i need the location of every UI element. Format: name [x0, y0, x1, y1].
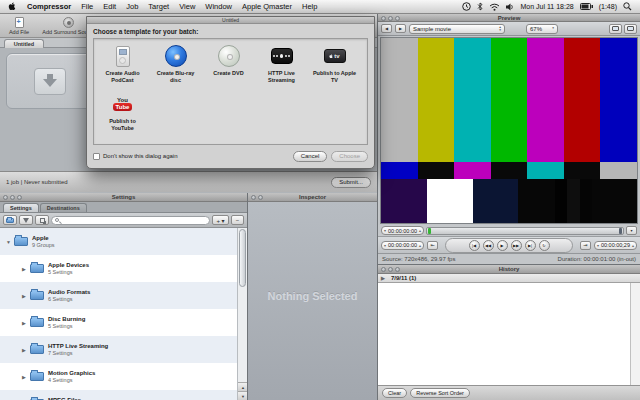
disclosure-icon[interactable]: ▶: [22, 320, 30, 326]
disclosure-icon[interactable]: ▶: [22, 293, 30, 299]
playhead-marker[interactable]: [428, 228, 431, 234]
bluetooth-icon[interactable]: [477, 2, 483, 11]
jump-to-start-button[interactable]: |◀: [469, 240, 480, 251]
minimize-button[interactable]: [10, 195, 15, 200]
in-down-icon[interactable]: ▾: [384, 243, 386, 248]
template-http-live-streaming[interactable]: HTTP Live Streaming: [255, 41, 308, 89]
batch-tab-untitled[interactable]: Untitled: [4, 39, 44, 48]
menu-app-name[interactable]: Compressor: [27, 2, 71, 11]
timecode-up-icon[interactable]: ▴: [419, 228, 421, 233]
settings-title-bar[interactable]: Settings: [0, 193, 247, 202]
timecode-down-icon[interactable]: ▾: [384, 228, 386, 233]
menu-edit[interactable]: Edit: [103, 2, 116, 11]
settings-scrollbar[interactable]: ▲ ▼: [237, 228, 247, 400]
menu-job[interactable]: Job: [126, 2, 138, 11]
choose-button[interactable]: Choose: [331, 151, 368, 162]
battery-icon[interactable]: [580, 3, 593, 10]
disclosure-icon[interactable]: ▶: [22, 266, 30, 272]
rewind-button[interactable]: ◀◀: [483, 240, 494, 251]
wifi-icon[interactable]: [489, 3, 500, 11]
preview-title-bar[interactable]: Preview: [378, 14, 640, 22]
split-view-button[interactable]: [609, 24, 622, 34]
history-date-group[interactable]: ▶ 7/9/11 (1): [378, 274, 640, 283]
history-scrollbar[interactable]: [630, 283, 640, 385]
spotlight-icon[interactable]: [623, 2, 632, 11]
zoom-button[interactable]: [395, 16, 400, 21]
in-timecode-field[interactable]: ▾ 00:00:00:00 ▴: [381, 241, 424, 250]
in-up-icon[interactable]: ▴: [419, 243, 421, 248]
template-create-audio-podcast[interactable]: Create Audio PodCast: [96, 41, 149, 89]
settings-search-field[interactable]: [51, 216, 210, 225]
template-create-dvd[interactable]: Create DVD: [202, 41, 255, 89]
inspector-title-bar[interactable]: Inspector: [248, 193, 377, 202]
add-file-button[interactable]: Add File: [4, 16, 34, 35]
volume-icon[interactable]: [506, 3, 515, 11]
marker-menu-button[interactable]: ▾: [626, 226, 637, 235]
filter-button[interactable]: [19, 215, 33, 225]
template-publish-to-youtube[interactable]: YouTubePublish to YouTube: [96, 89, 149, 137]
timeline-scrubber[interactable]: [426, 227, 624, 235]
menu-file[interactable]: File: [81, 2, 93, 11]
submit-button[interactable]: Submit...: [331, 177, 371, 188]
menu-target[interactable]: Target: [148, 2, 169, 11]
settings-group-disc-burning[interactable]: ▶Disc Burning5 Settings: [0, 309, 237, 336]
next-item-button[interactable]: ▶: [395, 24, 406, 33]
out-timecode-field[interactable]: ▾ 00:00:00;29 ▴: [594, 241, 637, 250]
dont-show-checkbox[interactable]: [93, 153, 100, 160]
settings-group-http-live-streaming[interactable]: ▶HTTP Live Streaming7 Settings: [0, 336, 237, 363]
scroll-up-button[interactable]: ▲: [238, 382, 247, 391]
history-title-bar[interactable]: History: [378, 265, 640, 274]
minimize-button[interactable]: [388, 16, 393, 21]
tab-settings[interactable]: Settings: [3, 203, 39, 212]
zoom-button[interactable]: [395, 267, 400, 272]
new-group-button[interactable]: [3, 215, 17, 225]
settings-group-mpeg-files[interactable]: ▶MPEG Files4 Settings: [0, 390, 237, 400]
settings-group-apple-devices[interactable]: ▶Apple Devices5 Settings: [0, 255, 237, 282]
zoom-button[interactable]: [17, 195, 22, 200]
template-publish-to-apple-tv[interactable]: tvPublish to Apple TV: [308, 41, 361, 89]
set-out-point-button[interactable]: ⇥: [580, 241, 591, 250]
menu-window[interactable]: Window: [205, 2, 232, 11]
time-machine-icon[interactable]: [462, 2, 471, 11]
out-point-marker[interactable]: [619, 228, 622, 234]
close-button[interactable]: [381, 16, 386, 21]
close-button[interactable]: [3, 195, 8, 200]
dialog-title-bar[interactable]: Untitled: [87, 17, 374, 24]
zoom-popup[interactable]: 67% ▾: [526, 24, 558, 34]
disclosure-icon[interactable]: ▶: [381, 275, 389, 281]
reverse-sort-order-button[interactable]: Reverse Sort Order: [410, 388, 470, 398]
out-up-icon[interactable]: ▴: [632, 243, 634, 248]
set-in-point-button[interactable]: ⇤: [427, 241, 438, 250]
jump-to-end-button[interactable]: ▶|: [525, 240, 536, 251]
out-down-icon[interactable]: ▾: [597, 243, 599, 248]
disclosure-icon[interactable]: ▶: [22, 347, 30, 353]
settings-group-motion-graphics[interactable]: ▶Motion Graphics4 Settings: [0, 363, 237, 390]
remove-setting-button[interactable]: −: [231, 215, 244, 225]
duplicate-button[interactable]: [35, 215, 49, 225]
apple-menu-icon[interactable]: [8, 2, 17, 12]
close-button[interactable]: [251, 195, 256, 200]
add-setting-button[interactable]: + ▾: [212, 215, 229, 225]
previous-item-button[interactable]: ◀: [381, 24, 392, 33]
menu-help[interactable]: Help: [302, 2, 317, 11]
scrollbar-thumb[interactable]: [239, 229, 246, 287]
menu-clock[interactable]: Mon Jul 11 18:28: [521, 3, 574, 10]
job-drop-zone[interactable]: [6, 53, 94, 109]
clear-button[interactable]: Clear: [382, 388, 407, 398]
loop-button[interactable]: ↻: [539, 240, 550, 251]
minimize-button[interactable]: [258, 195, 263, 200]
menu-view[interactable]: View: [179, 2, 195, 11]
settings-group-audio-formats[interactable]: ▶Audio Formats6 Settings: [0, 282, 237, 309]
minimize-button[interactable]: [388, 267, 393, 272]
cancel-button[interactable]: Cancel: [293, 151, 328, 162]
template-create-blu-ray-disc[interactable]: Create Blu-ray disc: [149, 41, 202, 89]
disclosure-open-icon[interactable]: ▼: [6, 239, 14, 245]
source-popup[interactable]: Sample movie ▴▾: [409, 24, 505, 34]
close-button[interactable]: [381, 267, 386, 272]
disclosure-icon[interactable]: ▶: [22, 374, 30, 380]
detach-button[interactable]: [624, 24, 637, 34]
playhead-timecode-field[interactable]: ▾ 00:00:00:00 ▴: [381, 226, 424, 235]
menu-apple-qmaster[interactable]: Apple Qmaster: [242, 2, 292, 11]
play-button[interactable]: ▶: [497, 240, 508, 251]
video-preview-smpte-bars[interactable]: [380, 37, 638, 224]
